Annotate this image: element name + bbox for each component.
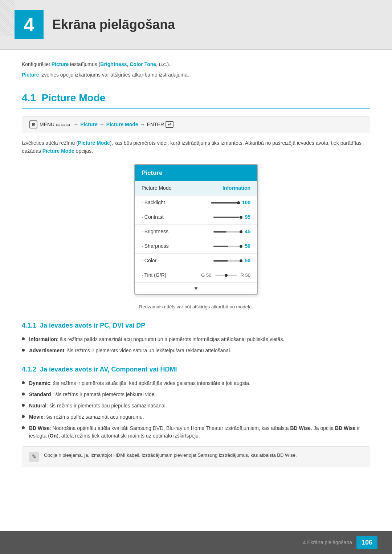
panel-row-backlight: · Backlight 100: [135, 196, 257, 210]
subsection-4-1-1-title: 4.1.1 Ja ievades avots ir PC, DVI vai DP: [22, 321, 370, 331]
page: 4 Ekrāna pielāgošana Konfigurējiet Pictu…: [0, 0, 392, 554]
panel-header: Picture: [135, 165, 257, 181]
section412-list: Dynamic: šis režīms ir piemērots situāci…: [22, 379, 370, 440]
footer-page-number: 106: [356, 536, 377, 549]
bullet-item-advertisement: Advertisement: šis režīms ir piemērots v…: [22, 347, 370, 354]
chapter-number: 4: [15, 10, 44, 39]
section411-list: Information: šis režīms palīdz samazināt…: [22, 336, 370, 354]
panel-row-color: · Color 50: [135, 254, 257, 268]
bullet-item-movie: Movie: šis režīms palīdz samazināt acu n…: [22, 413, 370, 421]
tint-slider: [215, 275, 237, 276]
color-slider: [213, 260, 242, 262]
panel-row-contrast: · Contrast 95: [135, 210, 257, 225]
panel-row-brightness: · Brightness 45: [135, 225, 257, 239]
contrast-slider: [213, 217, 242, 218]
intro-line1: Konfigurējiet Picture iestatījumus (Brig…: [22, 61, 370, 68]
brightness-slider: [213, 231, 242, 233]
footer-chapter-label: 4 Ekrāna pielāgošana: [303, 539, 352, 546]
note-box: ✎ Opcija ir pieejama, ja, izmantojot HDM…: [22, 446, 370, 467]
bullet-item-information: Information: šis režīms palīdz samazināt…: [22, 336, 370, 343]
panel-row-tint: · Tint (G/R) G 50 R 50: [135, 268, 257, 283]
bullet-item-natural: Natural: šis režīms ir piemērots acu pie…: [22, 402, 370, 410]
sharpness-slider: [213, 246, 242, 247]
picture-panel: Picture Picture Mode Information · Backl…: [134, 164, 258, 295]
subsection-4-1-2-title: 4.1.2 Ja ievades avots ir AV, Component …: [22, 365, 370, 374]
enter-icon: [166, 121, 173, 128]
page-footer: 4 Ekrāna pielāgošana 106: [0, 531, 392, 554]
bullet-item-bdwise: BD Wise: Nodrošina optimālu attēla kvali…: [22, 424, 370, 440]
panel-scroll-down: ▼: [135, 283, 257, 294]
bullet-item-dynamic: Dynamic: šis režīms ir piemērots situāci…: [22, 379, 370, 387]
content-area: Konfigurējiet Picture iestatījumus (Brig…: [0, 61, 392, 495]
backlight-slider: [211, 202, 240, 204]
bullet-item-standard: Standard : šis režīms ir pamatā piemērot…: [22, 391, 370, 398]
menu-icon: ⊞: [29, 120, 37, 128]
panel-row-sharpness: · Sharpness 50: [135, 239, 257, 254]
panel-row-picture-mode: Picture Mode Information: [135, 181, 257, 196]
section-4-1-title: 4.1 Picture Mode: [22, 90, 370, 109]
chapter-title: Ekrāna pielāgošana: [52, 15, 175, 34]
menu-path: ⊞ MENU ▭▭▭ → Picture → Picture Mode → EN…: [22, 116, 370, 132]
note-text: Opcija ir pieejama, ja, izmantojot HDMI …: [44, 452, 297, 459]
note-icon: ✎: [29, 452, 39, 462]
panel-caption: Redzamais attēls var būt atšķirīgs atkar…: [22, 303, 370, 311]
chapter-header: 4 Ekrāna pielāgošana: [0, 0, 392, 50]
intro-line2: Picture izvēlnes opciju izkārtojums var …: [22, 71, 370, 79]
picture-panel-wrapper: Picture Picture Mode Information · Backl…: [22, 164, 370, 295]
section41-description: Izvēlieties attēla režīmu (Picture Mode)…: [22, 139, 370, 155]
